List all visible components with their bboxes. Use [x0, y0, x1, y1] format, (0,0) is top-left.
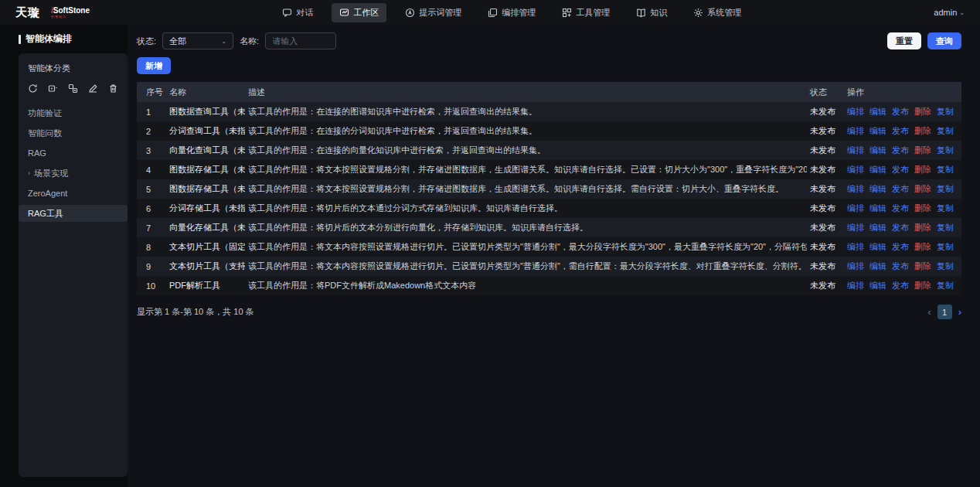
chevron-down-icon: ⌄ — [959, 9, 965, 16]
delete-link[interactable]: 删除 — [914, 261, 931, 272]
status-select-value: 全部 — [169, 36, 186, 47]
delete-link[interactable]: 删除 — [914, 183, 931, 195]
sidebar-item-function-check[interactable]: 功能验证 — [19, 104, 128, 121]
copy-link[interactable]: 复制 — [937, 203, 954, 214]
publish-link[interactable]: 发布 — [892, 261, 909, 272]
sidebar-item-rag-tools[interactable]: RAG工具 — [19, 205, 128, 222]
publish-link[interactable]: 发布 — [892, 241, 909, 253]
copy-link[interactable]: 复制 — [937, 261, 954, 272]
nav-item-chat[interactable]: 对话 — [274, 3, 321, 22]
orchestrate-link[interactable]: 编排 — [847, 183, 864, 195]
search-button[interactable]: 查询 — [927, 32, 961, 49]
chevron-down-icon: ⌄ — [221, 38, 226, 45]
category-panel-title: 智能体分类 — [19, 63, 128, 74]
nav-item-knowledge[interactable]: 知识 — [628, 3, 675, 22]
table-row: 7 向量化存储工具（未指定.. 该工具的作用是：将切片后的文本分别进行向量化，并… — [137, 218, 961, 237]
delete-link[interactable]: 删除 — [914, 241, 931, 253]
add-subcategory-icon[interactable] — [68, 83, 78, 94]
copy-link[interactable]: 复制 — [937, 164, 954, 175]
orchestrate-link[interactable]: 编排 — [847, 106, 864, 117]
edit-link[interactable]: 编辑 — [869, 241, 886, 253]
workspace-icon — [339, 8, 349, 18]
orchestrate-link[interactable]: 编排 — [847, 261, 864, 272]
publish-link[interactable]: 发布 — [892, 183, 909, 195]
nav-item-prompts[interactable]: 提示词管理 — [397, 3, 469, 22]
expand-chevron-icon: › — [28, 169, 30, 177]
delete-link[interactable]: 删除 — [914, 125, 931, 137]
sidebar-item-zeroagent[interactable]: ZeroAgent — [19, 185, 128, 202]
logo-rest: SoftStone — [53, 6, 90, 15]
table-row: 9 文本切片工具（支持自行.. 该工具的作用是：将文本内容按照设置规格进行切片。… — [137, 257, 961, 276]
publish-link[interactable]: 发布 — [892, 280, 909, 291]
reset-button[interactable]: 重置 — [887, 32, 921, 49]
delete-link[interactable]: 删除 — [914, 203, 931, 214]
edit-link[interactable]: 编辑 — [869, 203, 886, 214]
top-bar: 天璇 iSoftStone 软通动力 对话 工作区 提示词管理 — [0, 0, 980, 25]
edit-icon[interactable] — [88, 83, 98, 94]
edit-link[interactable]: 编辑 — [869, 183, 886, 195]
edit-link[interactable]: 编辑 — [869, 125, 886, 137]
system-icon — [693, 8, 703, 18]
nav-item-workspace[interactable]: 工作区 — [332, 3, 386, 22]
delete-link[interactable]: 删除 — [914, 222, 931, 233]
sidebar-item-smart-query[interactable]: 智能问数 — [19, 124, 128, 141]
status-select[interactable]: 全部 ⌄ — [162, 32, 233, 49]
publish-link[interactable]: 发布 — [892, 125, 909, 137]
publish-link[interactable]: 发布 — [892, 145, 909, 156]
orchestrate-link[interactable]: 编排 — [847, 145, 864, 156]
edit-link[interactable]: 编辑 — [869, 106, 886, 117]
col-desc: 描述 — [248, 87, 807, 98]
edit-link[interactable]: 编辑 — [869, 145, 886, 156]
delete-link[interactable]: 删除 — [914, 145, 931, 156]
status-badge: 未发布 — [810, 203, 844, 214]
publish-link[interactable]: 发布 — [892, 222, 909, 233]
table-row: 5 图数据存储工具（未指定.. 该工具的作用是：将文本按照设置规格分割，并存储进… — [137, 179, 961, 199]
add-button[interactable]: 新增 — [137, 57, 171, 74]
copy-link[interactable]: 复制 — [937, 280, 954, 291]
nav-item-orchestration[interactable]: 编排管理 — [480, 3, 543, 22]
user-menu[interactable]: admin ⌄ — [934, 8, 965, 17]
prev-page-icon[interactable]: ‹ — [927, 307, 931, 317]
sidebar-item-rag[interactable]: RAG — [19, 145, 128, 162]
copy-link[interactable]: 复制 — [937, 241, 954, 253]
edit-link[interactable]: 编辑 — [869, 261, 886, 272]
copy-link[interactable]: 复制 — [937, 125, 954, 137]
edit-link[interactable]: 编辑 — [869, 280, 886, 291]
orchestrate-link[interactable]: 编排 — [847, 164, 864, 175]
sidebar-item-scenario[interactable]: › 场景实现 — [19, 165, 128, 182]
brand-title: 天璇 — [15, 5, 40, 20]
next-page-icon[interactable]: › — [958, 307, 961, 317]
page-1-button[interactable]: 1 — [937, 305, 952, 319]
refresh-icon[interactable] — [28, 83, 38, 94]
copy-link[interactable]: 复制 — [937, 183, 954, 195]
nav-item-system[interactable]: 系统管理 — [686, 3, 749, 22]
col-name: 名称 — [169, 87, 245, 98]
orchestrate-link[interactable]: 编排 — [847, 203, 864, 214]
knowledge-icon — [636, 8, 646, 18]
nav-item-tools[interactable]: 工具管理 — [554, 3, 618, 22]
delete-link[interactable]: 删除 — [914, 106, 931, 117]
status-badge: 未发布 — [810, 183, 844, 195]
orchestrate-link[interactable]: 编排 — [847, 125, 864, 137]
orchestrate-link[interactable]: 编排 — [847, 222, 864, 233]
publish-link[interactable]: 发布 — [892, 106, 909, 117]
orchestrate-link[interactable]: 编排 — [847, 280, 864, 291]
title-accent-bar — [19, 35, 21, 44]
edit-link[interactable]: 编辑 — [869, 164, 886, 175]
publish-link[interactable]: 发布 — [892, 164, 909, 175]
name-filter-input[interactable] — [265, 32, 336, 49]
col-actions: 操作 — [847, 87, 952, 98]
publish-link[interactable]: 发布 — [892, 203, 909, 214]
delete-link[interactable]: 删除 — [914, 164, 931, 175]
copy-link[interactable]: 复制 — [937, 222, 954, 233]
edit-link[interactable]: 编辑 — [869, 222, 886, 233]
add-category-icon[interactable] — [48, 83, 58, 94]
prompt-icon — [405, 8, 415, 18]
copy-link[interactable]: 复制 — [937, 145, 954, 156]
orchestrate-link[interactable]: 编排 — [847, 241, 864, 253]
delete-icon[interactable] — [108, 83, 118, 94]
copy-link[interactable]: 复制 — [937, 106, 954, 117]
main-nav: 对话 工作区 提示词管理 编排管理 工具管理 — [274, 3, 749, 22]
table-row: 8 文本切片工具（固定配置） 该工具的作用是：将文本内容按照设置规格进行切片。已… — [137, 237, 961, 257]
delete-link[interactable]: 删除 — [914, 280, 931, 291]
